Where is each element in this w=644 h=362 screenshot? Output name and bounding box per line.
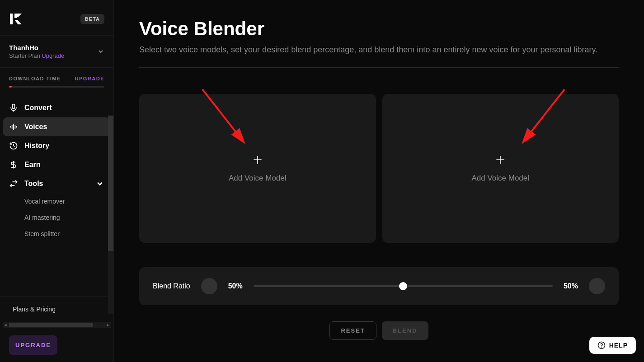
nav-history[interactable]: History — [3, 136, 111, 155]
blend-slider-handle[interactable] — [399, 282, 407, 290]
scroll-right-icon[interactable]: ► — [105, 323, 111, 327]
divider — [139, 67, 619, 68]
download-upgrade-link[interactable]: UPGRADE — [75, 76, 104, 81]
app-logo-icon — [9, 12, 24, 26]
nav-voices-label: Voices — [24, 123, 47, 131]
svg-line-20 — [524, 89, 564, 141]
nav-stem-splitter[interactable]: Stem splitter — [3, 226, 111, 242]
help-label: HELP — [609, 342, 628, 349]
nav-earn[interactable]: Earn — [3, 155, 111, 174]
page-description: Select two voice models, set your desire… — [139, 45, 619, 55]
download-progress-fill — [9, 86, 12, 88]
waveform-icon — [9, 122, 18, 131]
nav-voices[interactable]: Voices — [3, 117, 111, 136]
svg-line-16 — [202, 89, 243, 141]
svg-point-24 — [601, 347, 602, 347]
reset-button[interactable]: RESET — [329, 321, 376, 340]
blend-button[interactable]: BLEND — [382, 321, 428, 340]
nav-convert[interactable]: Convert — [3, 98, 111, 117]
microphone-icon — [9, 103, 18, 112]
blend-pct-right: 50% — [564, 282, 578, 290]
help-icon — [597, 341, 606, 349]
download-section: DOWNLOAD TIME UPGRADE — [0, 68, 113, 96]
sidebar-header: BETA — [0, 0, 113, 36]
add-voice-model-left-label: Add Voice Model — [229, 174, 287, 183]
user-plan: Starter Plan Upgrade — [9, 52, 64, 59]
sidebar-bottom: Plans & Pricing ◄ ► UPGRADE — [0, 296, 113, 362]
nav: Convert Voices History Earn Tools Vocal … — [0, 96, 113, 296]
svg-rect-0 — [10, 14, 13, 24]
add-voice-model-right-label: Add Voice Model — [471, 174, 529, 183]
voice-model-cards: Add Voice Model Add Voice Model — [139, 94, 619, 243]
download-progress — [9, 86, 104, 88]
dollar-icon — [9, 160, 18, 169]
nav-history-label: History — [24, 142, 49, 150]
plans-pricing-link[interactable]: Plans & Pricing — [0, 297, 113, 322]
beta-badge: BETA — [80, 14, 104, 24]
nav-earn-label: Earn — [24, 161, 41, 169]
nav-ai-mastering[interactable]: AI mastering — [3, 209, 111, 226]
download-time-label: DOWNLOAD TIME — [9, 76, 61, 81]
plus-icon — [494, 154, 506, 166]
plus-icon — [252, 154, 263, 166]
user-section[interactable]: ThanhHo Starter Plan Upgrade — [0, 36, 113, 68]
sidebar-scrollbar[interactable] — [108, 116, 113, 314]
nav-convert-label: Convert — [24, 104, 52, 112]
upgrade-button[interactable]: UPGRADE — [9, 335, 57, 355]
history-icon — [9, 141, 18, 150]
action-buttons: RESET BLEND — [139, 321, 619, 340]
blend-ratio-label: Blend Ratio — [153, 282, 190, 290]
sidebar-scrollbar-thumb[interactable] — [108, 116, 113, 251]
chevron-down-icon — [95, 179, 104, 188]
user-info: ThanhHo Starter Plan Upgrade — [9, 44, 64, 59]
annotation-arrow-icon — [198, 85, 252, 153]
scroll-left-icon[interactable]: ◄ — [3, 323, 8, 327]
sidebar: BETA ThanhHo Starter Plan Upgrade DOWNLO… — [0, 0, 114, 362]
sidebar-h-scrollbar[interactable]: ◄ ► — [3, 322, 111, 328]
page-title: Voice Blender — [139, 18, 619, 40]
user-name: ThanhHo — [9, 44, 64, 51]
user-plan-prefix: Starter Plan — [9, 52, 42, 59]
blend-slider[interactable] — [254, 285, 553, 287]
add-voice-model-right[interactable]: Add Voice Model — [382, 94, 619, 243]
user-upgrade-link[interactable]: Upgrade — [42, 52, 64, 59]
tools-icon — [9, 179, 18, 188]
nav-tools-label: Tools — [24, 180, 43, 188]
voice-avatar-right — [589, 278, 605, 294]
voice-avatar-left — [201, 278, 217, 294]
help-button[interactable]: HELP — [589, 337, 636, 354]
svg-rect-5 — [13, 104, 15, 109]
nav-vocal-remover[interactable]: Vocal remover — [3, 193, 111, 209]
chevron-down-icon — [97, 48, 104, 55]
add-voice-model-left[interactable]: Add Voice Model — [139, 94, 376, 243]
svg-marker-2 — [14, 20, 22, 24]
sidebar-h-scrollbar-thumb[interactable] — [9, 323, 93, 327]
nav-tools[interactable]: Tools — [3, 174, 111, 193]
blend-ratio-panel: Blend Ratio 50% 50% — [139, 267, 619, 305]
annotation-arrow-icon — [515, 85, 569, 153]
main-content: Voice Blender Select two voice models, s… — [114, 0, 644, 362]
blend-pct-left: 50% — [228, 282, 243, 290]
